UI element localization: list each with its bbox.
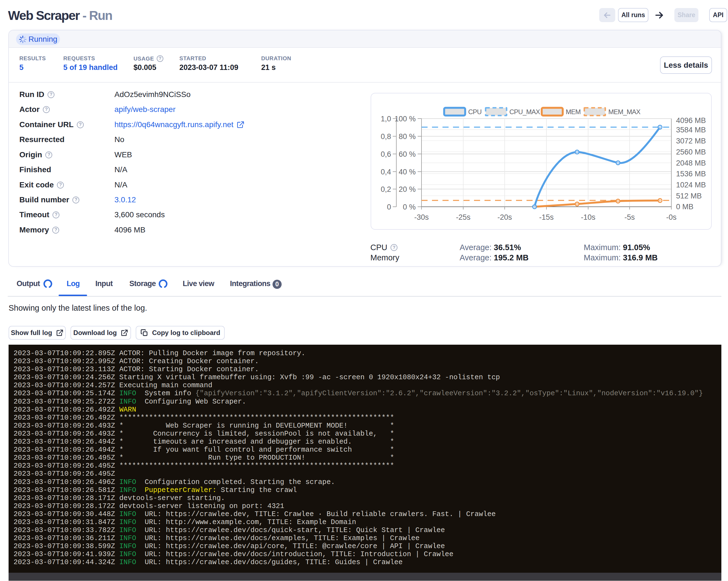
svg-text:40 %: 40 % — [398, 168, 416, 176]
svg-text:3584 MB: 3584 MB — [676, 126, 706, 134]
svg-text:0 %: 0 % — [403, 203, 416, 211]
svg-text:0,6: 0,6 — [381, 150, 391, 158]
svg-text:20 %: 20 % — [398, 185, 416, 193]
svg-text:1,0: 1,0 — [381, 115, 391, 123]
svg-text:-0s: -0s — [666, 213, 677, 221]
svg-text:512 MB: 512 MB — [676, 192, 702, 200]
svg-text:0,8: 0,8 — [381, 132, 391, 141]
svg-text:CPU_MAX: CPU_MAX — [510, 108, 540, 115]
svg-text:0,4: 0,4 — [381, 168, 391, 176]
svg-text:-15s: -15s — [539, 213, 554, 221]
svg-text:0,2: 0,2 — [381, 185, 391, 193]
svg-text:-10s: -10s — [581, 213, 596, 221]
svg-text:2560 MB: 2560 MB — [676, 148, 706, 156]
svg-text:-25s: -25s — [456, 213, 471, 221]
svg-text:80 %: 80 % — [398, 132, 416, 141]
svg-text:-30s: -30s — [414, 213, 429, 221]
svg-text:-20s: -20s — [497, 213, 512, 221]
svg-text:100 %: 100 % — [394, 115, 416, 123]
svg-text:0 MB: 0 MB — [676, 203, 694, 211]
svg-text:0: 0 — [387, 203, 391, 211]
svg-text:60 %: 60 % — [398, 150, 416, 158]
svg-text:2048 MB: 2048 MB — [676, 159, 706, 167]
svg-text:MEM: MEM — [566, 108, 581, 115]
svg-text:MEM_MAX: MEM_MAX — [608, 108, 641, 115]
svg-text:3072 MB: 3072 MB — [676, 137, 706, 145]
svg-text:4096 MB: 4096 MB — [676, 116, 706, 125]
svg-text:CPU: CPU — [468, 108, 482, 115]
svg-text:-5s: -5s — [624, 213, 635, 221]
svg-text:1024 MB: 1024 MB — [676, 181, 706, 189]
svg-text:1536 MB: 1536 MB — [676, 170, 706, 178]
